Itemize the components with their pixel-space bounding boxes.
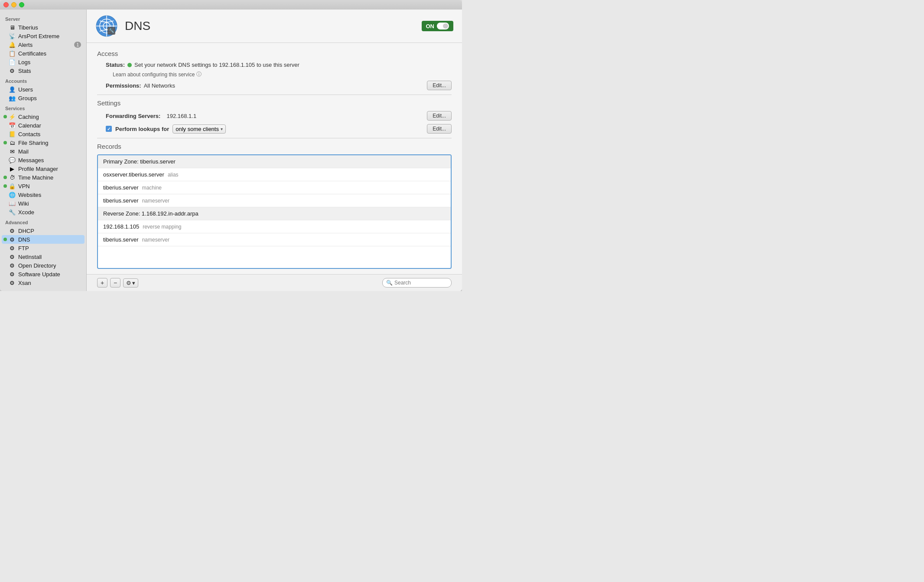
sidebar-item-users[interactable]: 👤 Users bbox=[2, 85, 85, 94]
sidebar-item-label: Messages bbox=[18, 157, 44, 163]
toggle-switch[interactable] bbox=[437, 23, 449, 29]
sidebar-item-messages[interactable]: 💬 Messages bbox=[2, 156, 85, 164]
table-row[interactable]: 192.168.1.105 reverse mapping bbox=[98, 220, 451, 233]
sidebar-item-label: Time Machine bbox=[18, 174, 53, 181]
sidebar-item-contacts[interactable]: 📒 Contacts bbox=[2, 130, 85, 138]
gear-menu-button[interactable]: ⚙ ▾ bbox=[123, 278, 138, 288]
sidebar-item-alerts[interactable]: 🔔 Alerts 1 bbox=[2, 40, 85, 49]
records-table: Primary Zone: tiberius.server osxserver.… bbox=[97, 154, 452, 269]
table-row[interactable]: Reverse Zone: 1.168.192.in-addr.arpa bbox=[98, 207, 451, 220]
close-button[interactable] bbox=[3, 2, 9, 7]
sidebar-item-xcode[interactable]: 🔧 Xcode bbox=[2, 208, 85, 216]
sidebar-item-vpn[interactable]: 🔒 VPN bbox=[2, 182, 85, 190]
search-input[interactable] bbox=[394, 280, 446, 286]
forwarding-label: Forwarding Servers: bbox=[106, 113, 160, 119]
add-record-button[interactable]: + bbox=[97, 278, 107, 288]
record-name: tiberius.server bbox=[103, 184, 139, 191]
sidebar-item-calendar[interactable]: 📅 Calendar bbox=[2, 121, 85, 130]
sidebar-item-filesharing[interactable]: 🗂 File Sharing bbox=[2, 138, 85, 147]
record-type: alias bbox=[168, 172, 179, 178]
status-label: Status: bbox=[106, 62, 125, 68]
filesharing-icon: 🗂 bbox=[9, 139, 16, 146]
users-icon: 👤 bbox=[9, 86, 16, 93]
edit-permissions-button[interactable]: Edit... bbox=[427, 81, 452, 90]
wiki-icon: 📖 bbox=[9, 200, 16, 207]
edit-lookups-button[interactable]: Edit... bbox=[427, 124, 452, 134]
sidebar-item-label: Xsan bbox=[18, 280, 31, 286]
table-row[interactable]: tiberius.server nameserver bbox=[98, 233, 451, 246]
svg-text:🔧: 🔧 bbox=[109, 28, 114, 33]
services-section-label: Services bbox=[0, 102, 86, 112]
sidebar-item-profilemanager[interactable]: ▶ Profile Manager bbox=[2, 164, 85, 173]
remove-record-button[interactable]: − bbox=[110, 278, 120, 288]
sidebar-item-dns[interactable]: ⚙ DNS bbox=[2, 235, 85, 244]
titlebar bbox=[0, 0, 462, 10]
active-dot bbox=[3, 184, 7, 188]
lookups-value: only some clients bbox=[176, 126, 219, 132]
permissions-label: Permissions: bbox=[106, 82, 141, 89]
contacts-icon: 📒 bbox=[9, 131, 16, 137]
certificates-icon: 📋 bbox=[9, 50, 16, 57]
calendar-icon: 📅 bbox=[9, 122, 16, 129]
page-title: DNS bbox=[125, 19, 415, 33]
table-row[interactable]: osxserver.tiberius.server alias bbox=[98, 168, 451, 181]
main-panel: 🔧 DNS ON Access Status: Set your ne bbox=[87, 10, 462, 291]
active-dot bbox=[3, 141, 7, 144]
groups-icon: 👥 bbox=[9, 95, 16, 101]
sidebar-item-wiki[interactable]: 📖 Wiki bbox=[2, 199, 85, 208]
active-dot bbox=[3, 115, 7, 118]
main-window: Server 🖥 Tiberius 📡 ArsPort Extreme 🔔 Al… bbox=[0, 0, 462, 291]
learn-link[interactable]: Learn about configuring this service ⓘ bbox=[113, 71, 202, 78]
sidebar-item-label: Users bbox=[18, 86, 33, 93]
sidebar-item-opendirectory[interactable]: ⚙ Open Directory bbox=[2, 261, 85, 270]
table-row[interactable]: tiberius.server nameserver bbox=[98, 194, 451, 207]
sidebar-item-label: Groups bbox=[18, 95, 37, 101]
info-circle-icon: ⓘ bbox=[196, 71, 202, 78]
alerts-icon: 🔔 bbox=[9, 41, 16, 48]
sidebar-item-dhcp[interactable]: ⚙ DHCP bbox=[2, 226, 85, 235]
table-row[interactable]: Primary Zone: tiberius.server bbox=[98, 155, 451, 168]
sidebar-item-xsan[interactable]: ⚙ Xsan bbox=[2, 278, 85, 287]
sidebar-item-groups[interactable]: 👥 Groups bbox=[2, 94, 85, 102]
perform-lookups-checkbox[interactable] bbox=[106, 126, 112, 132]
search-icon: 🔍 bbox=[386, 280, 393, 286]
edit-forwarding-button[interactable]: Edit... bbox=[427, 111, 452, 121]
sidebar-item-label: FTP bbox=[18, 245, 29, 252]
sidebar-item-tiberius[interactable]: 🖥 Tiberius bbox=[2, 23, 85, 32]
stats-icon: ⚙ bbox=[9, 67, 16, 74]
sidebar-item-label: Stats bbox=[18, 68, 31, 74]
forwarding-row: Forwarding Servers: 192.168.1.1 Edit... bbox=[106, 111, 452, 121]
sidebar-item-netinstall[interactable]: ⚙ NetInstall bbox=[2, 252, 85, 261]
table-row[interactable]: tiberius.server machine bbox=[98, 181, 451, 194]
record-name: Reverse Zone: 1.168.192.in-addr.arpa bbox=[103, 210, 198, 217]
sidebar-item-label: DHCP bbox=[18, 228, 34, 234]
sidebar-item-caching[interactable]: ⚡ Caching bbox=[2, 112, 85, 121]
record-type: machine bbox=[142, 185, 162, 191]
sidebar-item-certificates[interactable]: 📋 Certificates bbox=[2, 49, 85, 58]
lookups-dropdown[interactable]: only some clients ▾ bbox=[172, 124, 226, 134]
sidebar-item-ftp[interactable]: ⚙ FTP bbox=[2, 244, 85, 252]
learn-row: Learn about configuring this service ⓘ bbox=[106, 71, 452, 78]
profilemanager-icon: ▶ bbox=[9, 165, 16, 172]
sidebar: Server 🖥 Tiberius 📡 ArsPort Extreme 🔔 Al… bbox=[0, 10, 87, 291]
sidebar-item-websites[interactable]: 🌐 Websites bbox=[2, 190, 85, 199]
maximize-button[interactable] bbox=[19, 2, 24, 7]
sidebar-item-timemachine[interactable]: ⏱ Time Machine bbox=[2, 173, 85, 182]
content-area: Server 🖥 Tiberius 📡 ArsPort Extreme 🔔 Al… bbox=[0, 10, 462, 291]
main-scroll-area: Access Status: Set your network DNS sett… bbox=[87, 43, 462, 274]
mail-icon: ✉ bbox=[9, 148, 16, 155]
gear-icon: ⚙ bbox=[126, 280, 131, 286]
messages-icon: 💬 bbox=[9, 157, 16, 163]
sidebar-item-label: Xcode bbox=[18, 209, 34, 216]
sidebar-item-logs[interactable]: 📄 Logs bbox=[2, 58, 85, 66]
sidebar-item-label: Logs bbox=[18, 59, 30, 65]
sidebar-item-softwareupdate[interactable]: ⚙ Software Update bbox=[2, 270, 85, 278]
permissions-value: All Networks bbox=[144, 82, 175, 89]
sidebar-item-label: Contacts bbox=[18, 131, 40, 137]
perform-lookups-label: Perform lookups for bbox=[115, 126, 169, 132]
minimize-button[interactable] bbox=[11, 2, 16, 7]
sidebar-item-mail[interactable]: ✉ Mail bbox=[2, 147, 85, 156]
on-off-toggle[interactable]: ON bbox=[422, 21, 454, 31]
sidebar-item-arsport[interactable]: 📡 ArsPort Extreme bbox=[2, 32, 85, 40]
sidebar-item-stats[interactable]: ⚙ Stats bbox=[2, 66, 85, 75]
